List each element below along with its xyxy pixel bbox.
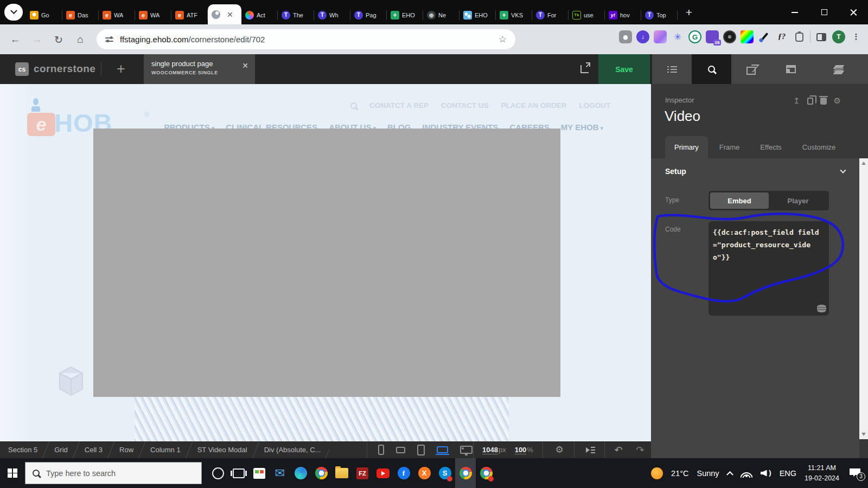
gear-icon[interactable]: ⚙ (834, 96, 841, 106)
browser-tab[interactable]: TPag (350, 6, 387, 24)
taskbar-app-youtube[interactable] (373, 458, 393, 488)
tray-expand-icon[interactable] (726, 471, 733, 478)
phone-device-icon[interactable] (378, 445, 384, 455)
home-button[interactable]: ⌂ (73, 32, 88, 47)
browser-tab[interactable]: EHO (459, 6, 496, 24)
type-option-player[interactable]: Player (769, 192, 827, 209)
cornerstone-logo[interactable]: cs (15, 62, 29, 76)
taskbar-app-facebook[interactable]: f (393, 458, 414, 488)
site-settings-icon[interactable] (105, 36, 114, 43)
inspector-tab-primary[interactable]: Primary (665, 136, 708, 158)
code-input[interactable]: {{dc:acf:post_field field="product_resou… (709, 221, 829, 316)
browser-tab[interactable]: TTop (641, 6, 678, 24)
utility-nav-item[interactable]: CONTACT US (441, 101, 489, 110)
taskbar-app-skype[interactable]: S (435, 458, 455, 488)
browser-tab[interactable]: ✕ (208, 4, 241, 24)
taskbar-app-chrome[interactable] (311, 458, 331, 488)
browser-tab[interactable]: y!hov (605, 6, 641, 24)
taskbar-app-chrome-notification[interactable] (476, 458, 496, 488)
taskbar-app-edge[interactable] (290, 458, 311, 488)
back-button[interactable]: ← (8, 32, 23, 47)
utility-nav-item[interactable]: LOGOUT (579, 101, 611, 110)
site-search-icon[interactable] (350, 102, 357, 109)
breadcrumb-item[interactable]: Row (111, 446, 142, 454)
browser-tab[interactable]: TThe (278, 6, 314, 24)
downloader-extension-icon[interactable]: ↓ (636, 30, 649, 43)
close-window-button[interactable] (839, 0, 868, 24)
weather-temperature[interactable]: 21°C (671, 469, 688, 478)
main-nav-item[interactable]: MY EHOB▾ (561, 123, 603, 132)
snowflake-extension-icon[interactable]: ✳ (671, 30, 684, 43)
browser-tab[interactable]: +EHO (387, 6, 423, 24)
open-preview-button[interactable] (571, 54, 598, 84)
duplicate-icon[interactable] (807, 98, 813, 105)
inspector-tab-customize[interactable]: Customize (793, 136, 845, 158)
palette-extension-icon[interactable] (741, 30, 754, 43)
elements-library-button[interactable] (731, 54, 771, 84)
tablet-device-icon[interactable] (417, 445, 425, 455)
inspector-scrollbar[interactable] (859, 158, 868, 439)
breadcrumb-item[interactable]: ST Video Modal (189, 446, 256, 454)
weather-condition[interactable]: Sunny (697, 469, 719, 478)
bookmark-star-icon[interactable]: ☆ (499, 34, 507, 45)
browser-tab[interactable]: TWh (314, 6, 350, 24)
lens-extension-icon[interactable] (723, 30, 736, 43)
breadcrumb-item[interactable]: Section 5 (0, 446, 46, 454)
taskbar-app-xampp[interactable]: X (414, 458, 435, 488)
trash-icon[interactable] (820, 98, 827, 105)
utility-nav-item[interactable]: CONATCT A REP (369, 101, 429, 110)
browser-tab[interactable]: eWA (135, 6, 171, 24)
zoom-level[interactable]: 100% (515, 446, 533, 454)
video-modal-placeholder[interactable] (93, 129, 560, 397)
browser-tab[interactable]: eDas (62, 6, 99, 24)
outline-button[interactable] (652, 54, 692, 84)
taskbar-app-chrome-active[interactable] (455, 458, 476, 488)
search-elements-button[interactable] (692, 54, 731, 84)
weather-sun-icon[interactable] (651, 467, 663, 479)
profile-avatar[interactable]: T (832, 30, 845, 43)
layout-button[interactable] (771, 54, 810, 84)
clipboard-extension-icon[interactable] (793, 30, 806, 43)
breadcrumb-item[interactable]: Div (Absolute, C... (256, 446, 329, 454)
wand-extension-icon[interactable] (654, 30, 667, 43)
setup-section-header[interactable]: Setup (665, 167, 845, 176)
side-panel-icon[interactable] (815, 30, 828, 43)
new-tab-button[interactable]: + (681, 4, 697, 21)
scroll-up-icon[interactable] (861, 162, 866, 165)
browser-tab[interactable]: Go (26, 6, 62, 24)
document-tab[interactable]: single product page WOOCOMMERCE SINGLE ✕ (144, 54, 255, 84)
type-option-embed[interactable]: Embed (710, 192, 769, 209)
maximize-button[interactable] (809, 0, 839, 24)
close-document-icon[interactable]: ✕ (242, 61, 248, 70)
inspector-tab-frame[interactable]: Frame (710, 136, 749, 158)
start-button[interactable] (0, 458, 25, 488)
inspector-tab-effects[interactable]: Effects (751, 136, 791, 158)
eyedropper-extension-icon[interactable] (758, 30, 771, 43)
language-indicator[interactable]: ENG (780, 469, 796, 478)
laptop-device-icon[interactable] (437, 446, 448, 453)
forward-button[interactable]: → (29, 32, 44, 47)
counter-28-extension-icon[interactable]: 28 (706, 30, 719, 43)
add-document-button[interactable]: + (111, 59, 131, 79)
clock[interactable]: 11:21 AM 19-02-2024 (805, 463, 839, 483)
address-bar[interactable]: ffstaging.ehob.com/cornerstone/edit/702 … (97, 29, 515, 49)
taskbar-app-filezilla[interactable]: FZ (352, 458, 373, 488)
taskbar-app-cortana[interactable] (208, 458, 228, 488)
taskbar-search[interactable]: Type here to search (25, 462, 202, 484)
kebab-menu-icon[interactable]: ⋮ (850, 30, 863, 43)
browser-tab[interactable]: +VKS (496, 6, 532, 24)
notification-center-button[interactable]: 3 (850, 468, 861, 478)
scroll-down-icon[interactable] (861, 433, 866, 436)
volume-icon[interactable]: ) (761, 469, 771, 478)
viewport-width[interactable]: 1048px (482, 446, 506, 454)
taskbar-app-explorer[interactable] (331, 458, 352, 488)
browser-tab[interactable]: eWA (99, 6, 135, 24)
camera-extension-icon[interactable] (619, 30, 632, 43)
taskbar-app-task-view[interactable] (228, 458, 249, 488)
breadcrumb-item[interactable]: Cell 3 (76, 446, 111, 454)
desktop-device-icon[interactable] (460, 446, 473, 454)
taskbar-app-store[interactable] (249, 458, 270, 488)
math-solver-extension-icon[interactable]: ƒ? (775, 30, 788, 43)
close-tab-icon[interactable]: ✕ (227, 10, 233, 19)
reload-button[interactable]: ↻ (51, 32, 66, 47)
